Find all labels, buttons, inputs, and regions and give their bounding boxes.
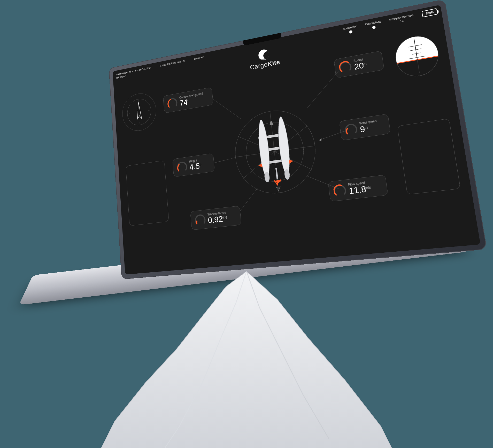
safety-counter: safetycounter opt. 13 (389, 13, 414, 25)
gauge-value: 20 (354, 61, 364, 71)
gauge-tractive-forces: Tractive forces 0.92 MN (190, 206, 242, 230)
svg-line-2 (140, 122, 140, 125)
svg-point-23 (264, 172, 270, 182)
gauge-arc-icon (167, 97, 178, 109)
gauge-arc-icon (176, 160, 188, 173)
dashboard-screen: last update: Mon, Jun 19 14:21:54 actuat… (113, 5, 481, 274)
connection-label: connection (343, 25, 357, 30)
gauge-arc-icon (333, 183, 347, 197)
gauge-unit: ° (187, 99, 188, 103)
gauge-label: Speed (353, 58, 363, 63)
connector-lines (113, 5, 481, 274)
gauge-unit: MN (221, 215, 227, 220)
svg-line-8 (412, 53, 420, 54)
gauge-label: Flow speed (348, 181, 365, 187)
svg-point-24 (284, 169, 290, 180)
svg-point-26 (276, 180, 279, 183)
right-reserved-panel (397, 118, 461, 195)
compass-gauge (121, 91, 157, 134)
left-reserved-panel (126, 160, 169, 226)
gauge-course-over-ground: Course over ground 74 ° (163, 87, 213, 113)
svg-line-7 (410, 49, 421, 51)
connectivity-indicator-icon (372, 26, 376, 29)
svg-line-1 (138, 100, 138, 102)
svg-point-0 (127, 97, 152, 127)
svg-line-4 (148, 110, 150, 110)
gauge-value: 9 (359, 125, 365, 134)
gauge-arc-icon (338, 60, 352, 74)
gauge-unit: kn (362, 61, 367, 66)
connectivity-status: Connectivity (365, 19, 382, 30)
safety-value: 13 (400, 19, 404, 23)
cameras-label: cameras: (194, 55, 204, 64)
gauge-label: Wind speed (359, 119, 377, 125)
svg-line-3 (128, 114, 130, 114)
svg-line-15 (274, 146, 313, 175)
connection-status: connection (343, 24, 358, 35)
vessel-icon (246, 113, 304, 192)
svg-line-6 (408, 45, 422, 47)
svg-line-9 (409, 56, 426, 59)
svg-rect-25 (275, 168, 278, 179)
connection-indicator-icon (349, 30, 353, 34)
rock-pedestal (91, 271, 402, 448)
brand-logo-icon (258, 49, 269, 61)
svg-line-30 (318, 131, 345, 140)
attitude-grid-icon (393, 33, 441, 79)
compass-icon (126, 96, 153, 128)
svg-line-16 (274, 152, 279, 193)
gauge-arc-icon (344, 122, 358, 136)
heading-tail-icon (276, 186, 281, 191)
attitude-indicator (393, 33, 442, 80)
status-update-block: last update: Mon, Jun 19 14:21:54 actuat… (115, 66, 151, 80)
svg-line-32 (307, 173, 338, 192)
gauge-speed: Speed 20 kn (334, 51, 384, 78)
input-source-label: connected input source: (159, 59, 185, 71)
battery-indicator: 100% (421, 8, 438, 18)
svg-line-14 (274, 146, 315, 152)
brand-name: CargoKite (250, 58, 280, 71)
gauge-wind-speed: Wind speed 9 kn (339, 114, 391, 141)
svg-line-5 (414, 40, 419, 73)
connectivity-label: Connectivity (365, 20, 381, 26)
status-bar: last update: Mon, Jun 19 14:21:54 actuat… (115, 8, 438, 80)
gauge-unit: kn (364, 125, 368, 130)
svg-line-28 (303, 70, 343, 108)
gauge-unit: m/s (365, 185, 371, 190)
gauge-unit: m (198, 163, 202, 167)
vessel-radar (229, 102, 323, 200)
gauge-flow-speed: Flow speed 11.8 m/s (328, 175, 388, 202)
laptop-lid: last update: Mon, Jun 19 14:21:54 actuat… (109, 0, 487, 279)
gauge-height: Height 4.5 m (172, 153, 215, 177)
gauge-value: 0.92 (208, 215, 223, 225)
safety-label: safetycounter opt. (389, 13, 414, 21)
stage: last update: Mon, Jun 19 14:21:54 actuat… (0, 0, 493, 448)
gauge-arc-icon (194, 213, 206, 226)
gauge-value: 11.8 (348, 185, 367, 196)
battery-value: 100% (425, 10, 434, 15)
